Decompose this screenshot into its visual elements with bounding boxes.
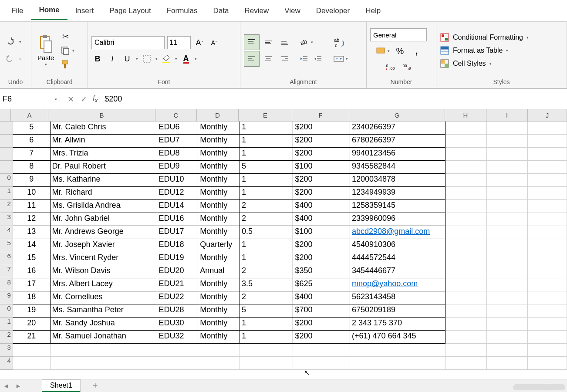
tab-page-layout[interactable]: Page Layout (101, 2, 159, 20)
row-header[interactable] (0, 148, 13, 161)
cell[interactable] (446, 200, 487, 213)
cell[interactable] (487, 357, 528, 370)
tab-insert[interactable]: Insert (68, 2, 102, 20)
cell[interactable]: $400 (293, 213, 350, 226)
italic-button[interactable]: I (106, 53, 118, 65)
table-row[interactable]: 6Mr. AllwinEDU7Monthly1$2006780266397 (0, 135, 567, 148)
cell[interactable]: EDU9 (157, 161, 199, 174)
cell[interactable] (487, 213, 528, 226)
cell[interactable]: Monthly (198, 226, 240, 239)
cell[interactable]: 5 (240, 161, 294, 174)
table-row[interactable]: 110Mr. RichardEDU12Monthly1$200123494993… (0, 187, 567, 200)
cell[interactable]: EDU28 (157, 304, 199, 318)
cell[interactable]: 14 (13, 239, 51, 252)
cell[interactable]: Ms. Samantha Peter (51, 304, 157, 318)
cell[interactable]: Monthly (198, 278, 240, 291)
tab-file[interactable]: File (3, 2, 31, 20)
cell[interactable] (487, 291, 528, 304)
cell[interactable]: EDU30 (157, 318, 199, 331)
row-header[interactable] (0, 122, 13, 135)
fill-color-button[interactable] (160, 53, 172, 65)
wrap-text-button[interactable]: abc (333, 36, 345, 48)
underline-button[interactable]: U (121, 53, 133, 65)
cell[interactable] (528, 213, 567, 226)
font-color-button[interactable]: A (180, 53, 192, 65)
cell[interactable]: 9940123456 (350, 148, 446, 161)
cell[interactable]: $400 (293, 291, 350, 304)
align-center-button[interactable] (260, 51, 276, 67)
cell[interactable]: 21 (13, 331, 51, 344)
cell[interactable]: Monthly (198, 213, 240, 226)
percent-button[interactable]: % (394, 45, 406, 57)
row-header[interactable]: 4 (0, 226, 13, 239)
row-header[interactable]: 6 (0, 252, 13, 265)
copy-button[interactable] (59, 44, 71, 57)
cell[interactable]: 1200034878 (350, 174, 446, 187)
cell[interactable]: Monthly (198, 187, 240, 200)
cell[interactable]: $200 (293, 148, 350, 161)
tab-developer[interactable]: Developer (308, 2, 358, 20)
cell[interactable] (528, 265, 567, 278)
table-row[interactable]: 211Ms. Grisilda AndreaEDU14Monthly2$4001… (0, 200, 567, 213)
comma-button[interactable]: , (411, 45, 423, 57)
cell[interactable] (446, 226, 487, 239)
table-row[interactable]: 716Mr. Wilson DavisEDU20Annual2$35034544… (0, 265, 567, 278)
cell[interactable]: Monthly (198, 318, 240, 331)
column-header[interactable]: I (486, 109, 528, 122)
cell[interactable] (487, 331, 528, 344)
cell[interactable]: $625 (293, 278, 350, 291)
cell[interactable]: EDU14 (157, 200, 199, 213)
row-header[interactable]: 9 (0, 291, 13, 304)
formula-input[interactable] (100, 95, 567, 104)
cell[interactable] (528, 239, 567, 252)
cell[interactable] (528, 135, 567, 148)
cell[interactable] (446, 357, 487, 370)
cell[interactable]: 8 (13, 161, 51, 174)
paste-button[interactable]: Paste ▾ (35, 34, 57, 68)
decrease-font-button[interactable]: A˅ (208, 37, 220, 49)
cell[interactable]: 2 343 175 370 (350, 318, 446, 331)
cell[interactable]: EDU6 (157, 122, 199, 135)
table-row[interactable]: 918Mr. CornelluesEDU22Monthly2$400562314… (0, 291, 567, 304)
cell[interactable]: $200 (293, 135, 350, 148)
cell[interactable]: Monthly (198, 148, 240, 161)
cell[interactable]: 17 (13, 278, 51, 291)
cell[interactable]: 10 (13, 187, 51, 200)
cell[interactable] (446, 278, 487, 291)
fx-icon[interactable]: fx (90, 95, 100, 104)
cell[interactable]: Ms. Katharine (51, 174, 157, 187)
table-row[interactable]: 514Mr. Joseph XavierEDU18Quarterly1$2004… (0, 239, 567, 252)
cell[interactable]: EDU21 (157, 278, 199, 291)
cell[interactable]: Quarterly (198, 239, 240, 252)
cell[interactable]: $200 (293, 331, 350, 344)
cell[interactable] (487, 265, 528, 278)
cell[interactable]: 20 (13, 318, 51, 331)
cell[interactable]: 1 (240, 252, 294, 265)
cell[interactable]: 15 (13, 252, 51, 265)
cell[interactable]: Ms. Grisilda Andrea (51, 200, 157, 213)
row-header[interactable]: 5 (0, 239, 13, 252)
chevron-down-icon[interactable]: ▾ (346, 57, 348, 61)
increase-indent-button[interactable] (312, 53, 324, 65)
cell[interactable]: 18 (13, 291, 51, 304)
align-middle-button[interactable] (260, 34, 276, 50)
table-row[interactable]: 120Mr. Sandy JoshuaEDU30Monthly1$2002 34… (0, 318, 567, 331)
chevron-down-icon[interactable]: ▾ (175, 57, 177, 61)
cell[interactable]: Mr. Samuel Jonathan (51, 331, 157, 344)
cell[interactable]: Monthly (198, 135, 240, 148)
chevron-down-icon[interactable]: ▾ (489, 61, 492, 66)
select-all-button[interactable] (0, 109, 11, 122)
cell[interactable] (198, 357, 240, 370)
align-left-button[interactable] (244, 51, 260, 67)
table-row[interactable]: 7Mrs. TriziaEDU8Monthly1$2009940123456 (0, 148, 567, 161)
cell[interactable] (446, 291, 487, 304)
font-name-select[interactable] (91, 36, 165, 49)
decrease-decimal-button[interactable]: .00.0 (401, 61, 413, 73)
chevron-down-icon[interactable]: ▾ (72, 48, 74, 53)
number-format-select[interactable] (370, 28, 427, 41)
cell[interactable]: Annual (198, 265, 240, 278)
row-header[interactable]: 3 (0, 213, 13, 226)
cell[interactable] (528, 148, 567, 161)
cancel-formula-button[interactable]: ✕ (64, 95, 77, 104)
cell[interactable] (487, 252, 528, 265)
